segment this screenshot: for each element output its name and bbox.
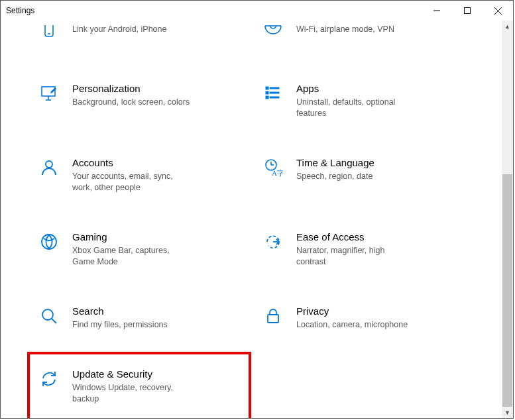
svg-rect-14 (270, 97, 279, 98)
vertical-scrollbar[interactable]: ▲ ▼ (502, 21, 513, 418)
titlebar: Settings (1, 1, 513, 21)
tile-title: Accounts (72, 156, 192, 170)
settings-grid: Link your Android, iPhone Wi-Fi, airplan… (1, 21, 502, 418)
tile-desc: Link your Android, iPhone (72, 24, 166, 35)
svg-rect-10 (270, 87, 279, 89)
tile-title: Search (72, 305, 168, 318)
svg-line-23 (52, 319, 56, 323)
maximize-button[interactable] (452, 1, 483, 21)
search-icon (38, 305, 60, 327)
tile-desc: Find my files, permissions (72, 319, 168, 331)
phone-icon (38, 23, 60, 45)
settings-window: Settings (0, 0, 514, 419)
tile-accounts[interactable]: Accounts Your accounts, email, sync, wor… (27, 151, 251, 199)
tile-title: Gaming (72, 231, 192, 244)
tile-apps[interactable]: Apps Uninstall, defaults, optional featu… (251, 77, 475, 125)
tile-desc: Wi-Fi, airplane mode, VPN (296, 24, 394, 35)
tile-text: Accounts Your accounts, email, sync, wor… (72, 156, 192, 193)
tile-desc: Xbox Game Bar, captures, Game Mode (72, 245, 192, 268)
tile-desc: Uninstall, defaults, optional features (296, 97, 416, 119)
tile-search[interactable]: Search Find my files, permissions (27, 299, 251, 336)
content-area: Link your Android, iPhone Wi-Fi, airplan… (1, 21, 513, 418)
tile-title: Personalization (72, 82, 190, 95)
update-sync-icon (38, 368, 60, 390)
tile-network[interactable]: Wi-Fi, airplane mode, VPN (251, 21, 475, 50)
tile-desc: Your accounts, email, sync, work, other … (72, 171, 192, 193)
tile-desc: Speech, region, date (296, 171, 374, 182)
svg-rect-9 (266, 87, 268, 89)
tile-text: Gaming Xbox Game Bar, captures, Game Mod… (72, 231, 192, 268)
tile-personalization[interactable]: Personalization Background, lock screen,… (27, 77, 251, 125)
scroll-down-arrow[interactable]: ▼ (502, 407, 513, 418)
gaming-icon (38, 231, 60, 253)
tile-text: Personalization Background, lock screen,… (72, 82, 190, 108)
globe-icon (262, 23, 284, 45)
tile-update-security[interactable]: Update & Security Windows Update, recove… (27, 352, 251, 418)
svg-rect-12 (270, 92, 279, 93)
svg-point-20 (42, 235, 56, 249)
svg-rect-13 (266, 96, 268, 99)
tile-desc: Narrator, magnifier, high contrast (296, 245, 416, 268)
scroll-up-arrow[interactable]: ▲ (502, 21, 513, 32)
time-language-icon: A字 (262, 156, 284, 179)
tile-title: Update & Security (72, 368, 192, 381)
tile-ease-of-access[interactable]: Ease of Access Narrator, magnifier, high… (251, 225, 475, 273)
window-title: Settings (6, 6, 422, 15)
apps-icon (262, 82, 284, 105)
privacy-lock-icon (262, 305, 284, 327)
tile-text: Search Find my files, permissions (72, 305, 168, 331)
tile-text: Privacy Location, camera, microphone (296, 305, 408, 331)
tile-title: Apps (296, 82, 416, 95)
svg-point-22 (42, 309, 53, 320)
personalization-icon (38, 82, 60, 105)
tile-text: Time & Language Speech, region, date (296, 156, 374, 182)
tile-privacy[interactable]: Privacy Location, camera, microphone (251, 299, 475, 336)
tile-time-language[interactable]: A字 Time & Language Speech, region, date (251, 151, 475, 199)
tile-phone[interactable]: Link your Android, iPhone (27, 21, 251, 50)
scroll-track[interactable] (502, 32, 513, 407)
svg-text:A字: A字 (272, 169, 283, 177)
tile-desc: Location, camera, microphone (296, 319, 408, 331)
tile-title: Time & Language (296, 156, 374, 170)
tile-empty (251, 362, 475, 410)
close-button[interactable] (483, 1, 513, 21)
tile-title: Ease of Access (296, 231, 416, 244)
scroll-region: Link your Android, iPhone Wi-Fi, airplan… (1, 21, 502, 418)
svg-rect-24 (268, 315, 278, 323)
tile-text: Link your Android, iPhone (72, 23, 166, 35)
svg-rect-11 (266, 91, 268, 94)
tile-desc: Background, lock screen, colors (72, 97, 190, 108)
svg-rect-1 (465, 8, 471, 14)
scroll-thumb[interactable] (502, 174, 512, 407)
tile-text: Update & Security Windows Update, recove… (72, 368, 192, 405)
tile-desc: Windows Update, recovery, backup (72, 382, 192, 405)
svg-point-15 (46, 161, 52, 168)
tile-text: Ease of Access Narrator, magnifier, high… (296, 231, 416, 268)
tile-text: Wi-Fi, airplane mode, VPN (296, 23, 394, 35)
tile-text: Apps Uninstall, defaults, optional featu… (296, 82, 416, 119)
ease-of-access-icon (262, 231, 284, 253)
minimize-button[interactable] (422, 1, 452, 21)
tile-title: Privacy (296, 305, 408, 318)
accounts-icon (38, 156, 60, 179)
tile-gaming[interactable]: Gaming Xbox Game Bar, captures, Game Mod… (27, 225, 251, 273)
